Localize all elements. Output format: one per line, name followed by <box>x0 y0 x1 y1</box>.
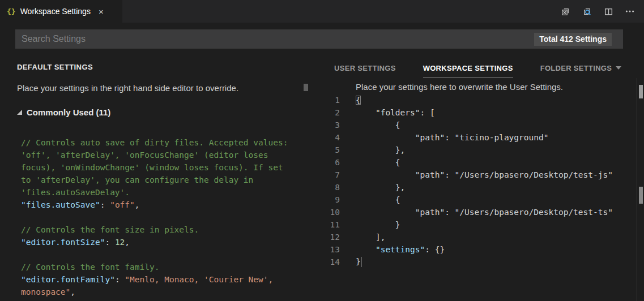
line-number: 7 <box>317 170 340 179</box>
workspace-settings-editor[interactable]: 1{2 "folders": [3 {4 "path": "ticino-pla… <box>317 94 644 268</box>
code-line[interactable]: 5 }, <box>317 144 644 156</box>
more-actions-icon[interactable] <box>625 6 635 16</box>
editor-tab-bar: {} Workspace Settings × <box>0 0 644 23</box>
code-line[interactable]: to 'afterDelay', you can configure the d… <box>17 174 310 186</box>
code-line[interactable]: 'files.autoSaveDelay'. <box>17 186 310 199</box>
tab-user-settings[interactable]: USER SETTINGS <box>334 61 396 78</box>
default-settings-heading: DEFAULT SETTINGS <box>17 63 310 71</box>
code-line[interactable]: // Controls the font family. <box>17 261 310 273</box>
vertical-scrollbar[interactable] <box>637 78 644 301</box>
line-number: 9 <box>317 195 340 204</box>
open-preview-icon[interactable] <box>582 6 592 16</box>
line-number: 4 <box>317 133 340 142</box>
code-line[interactable]: 12 ], <box>317 231 644 243</box>
settings-target-tabs: USER SETTINGS WORKSPACE SETTINGS FOLDER … <box>334 61 644 78</box>
close-tab-icon[interactable]: × <box>99 7 104 16</box>
line-number: 10 <box>317 208 340 217</box>
code-line[interactable]: 'off', 'afterDelay', 'onFocusChange' (ed… <box>17 149 310 161</box>
code-line[interactable]: "editor.fontSize": 12, <box>17 236 310 248</box>
line-number: 11 <box>317 220 340 229</box>
collapse-twistie-icon <box>17 110 22 115</box>
text-cursor <box>361 257 362 267</box>
line-number: 14 <box>317 257 340 266</box>
split-editor-icon[interactable] <box>603 6 613 16</box>
line-number: 5 <box>317 145 340 154</box>
tab-workspace-settings-target[interactable]: WORKSPACE SETTINGS <box>423 61 513 78</box>
close-all-editors-icon[interactable] <box>560 6 570 16</box>
code-line[interactable] <box>17 248 310 261</box>
line-number: 12 <box>317 233 340 242</box>
line-number: 8 <box>317 183 340 192</box>
scrollbar-decoration[interactable] <box>304 84 308 91</box>
line-number: 2 <box>317 108 340 117</box>
chevron-down-icon <box>616 66 621 70</box>
tab-workspace-settings[interactable]: {} Workspace Settings × <box>0 0 122 23</box>
code-line[interactable]: monospace", <box>17 286 310 298</box>
tab-title: Workspace Settings <box>20 7 91 16</box>
line-number: 6 <box>317 158 340 167</box>
code-line[interactable]: "files.autoSave": "off", <box>17 199 310 211</box>
default-settings-description: Place your settings in the right hand si… <box>17 83 310 93</box>
code-line[interactable]: 11 } <box>317 218 644 231</box>
json-file-icon: {} <box>7 7 16 16</box>
code-line[interactable]: 8 }, <box>317 181 644 194</box>
code-line[interactable]: 14} <box>317 256 644 268</box>
code-line[interactable]: "editor.fontFamily": "Menlo, Monaco, 'Co… <box>17 273 310 286</box>
scrollbar-thumb[interactable] <box>639 85 643 98</box>
workspace-settings-description: Place your settings here to overwrite th… <box>356 82 644 92</box>
default-settings-editor[interactable]: // Controls auto save of dirty files. Ac… <box>17 136 310 298</box>
line-number: 3 <box>317 121 340 130</box>
tab-folder-settings[interactable]: FOLDER SETTINGS <box>540 61 622 78</box>
code-line[interactable]: // Controls auto save of dirty files. Ac… <box>17 136 310 149</box>
settings-search-bar: Total 412 Settings <box>0 23 644 55</box>
code-line[interactable]: 4 "path": "ticino-playground" <box>317 131 644 144</box>
tab-folder-settings-label: FOLDER SETTINGS <box>540 64 612 72</box>
line-number: 13 <box>317 245 340 254</box>
code-line[interactable]: 6 { <box>317 156 644 169</box>
code-line[interactable]: 1{ <box>317 94 644 106</box>
workspace-settings-pane: USER SETTINGS WORKSPACE SETTINGS FOLDER … <box>317 55 644 301</box>
code-line[interactable]: 7 "path": "/Users/bpasero/Desktop/test-j… <box>317 169 644 181</box>
section-label: Commonly Used (11) <box>27 108 110 117</box>
code-line[interactable]: 3 { <box>317 119 644 131</box>
code-line[interactable]: 2 "folders": [ <box>317 106 644 119</box>
scrollbar-thumb[interactable] <box>639 187 643 204</box>
default-settings-pane: DEFAULT SETTINGS Place your settings in … <box>0 55 310 301</box>
code-line[interactable]: 13 "settings": {} <box>317 243 644 256</box>
settings-count-badge: Total 412 Settings <box>534 33 612 46</box>
settings-split-view: DEFAULT SETTINGS Place your settings in … <box>0 55 644 301</box>
code-line[interactable]: 9 { <box>317 194 644 206</box>
section-commonly-used[interactable]: Commonly Used (11) <box>17 108 310 117</box>
search-input[interactable] <box>15 29 623 49</box>
code-line[interactable]: 10 "path": "/Users/bpasero/Desktop/test-… <box>317 206 644 218</box>
code-line[interactable] <box>17 211 310 223</box>
code-line[interactable]: focus), 'onWindowChange' (window loses f… <box>17 161 310 174</box>
editor-actions <box>560 0 644 23</box>
code-line[interactable]: // Controls the font size in pixels. <box>17 223 310 236</box>
line-number: 1 <box>317 96 340 105</box>
